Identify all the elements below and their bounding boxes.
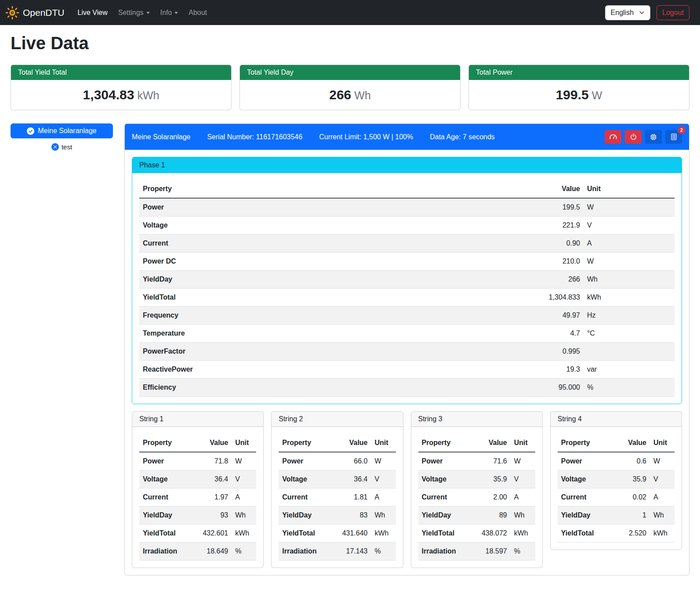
nav-info[interactable]: Info	[157, 5, 182, 20]
table-row: Current1.81A	[279, 488, 395, 507]
row-unit: W	[650, 452, 675, 470]
language-select[interactable]: English	[605, 5, 650, 20]
summary-card-body: 1,304.83kWh	[11, 80, 231, 110]
nav-about[interactable]: About	[185, 5, 210, 20]
language-selected-value: English	[611, 9, 634, 17]
table-row: Power0.6W	[558, 452, 675, 470]
row-value: 438.072	[470, 525, 510, 543]
table-header-row: Property Value Unit	[279, 434, 395, 452]
row-unit: kWh	[584, 289, 675, 307]
sun-logo-icon	[5, 6, 19, 20]
row-property: Irradiation	[139, 543, 191, 561]
summary-card-total-yield-day: Total Yield Day 266Wh	[239, 65, 461, 110]
row-value: 66.0	[330, 452, 371, 470]
row-property: YieldDay	[558, 507, 614, 525]
row-property: Irradiation	[279, 543, 330, 561]
row-value: 36.4	[330, 470, 371, 488]
string-title: String 3	[411, 412, 542, 427]
inverter-card: Meine Solaranlage Serial Number: 1161716…	[124, 123, 689, 575]
table-row: Irradiation17.143%	[279, 543, 395, 561]
string-table: Property Value Unit Power0.6WVoltage35.9…	[558, 434, 675, 543]
row-value: 0.995	[405, 343, 584, 361]
table-row: Current2.00A	[418, 488, 535, 507]
sidebar-tag-test[interactable]: test	[51, 143, 72, 151]
event-log-button[interactable]: 2	[665, 130, 682, 144]
row-value: 18.649	[191, 543, 232, 561]
column-header-unit: Unit	[511, 434, 535, 452]
row-unit: %	[371, 543, 396, 561]
summary-card-body: 266Wh	[240, 80, 460, 110]
row-value: 71.6	[470, 452, 510, 470]
column-header-unit: Unit	[650, 434, 675, 452]
table-row: YieldTotal431.640kWh	[279, 525, 395, 543]
row-unit: kWh	[232, 525, 256, 543]
row-value: 17.143	[330, 543, 371, 561]
brand[interactable]: OpenDTU	[5, 6, 65, 20]
row-property: Power	[418, 452, 470, 470]
summary-card-value: 199.5	[556, 87, 589, 102]
table-row: Irradiation18.649%	[139, 543, 256, 561]
inverter-sidebar: Meine Solaranlage test	[11, 123, 113, 151]
row-value: 0.02	[614, 488, 650, 507]
row-value: 83	[330, 507, 371, 525]
row-property: YieldTotal	[279, 525, 330, 543]
row-value: 71.8	[191, 452, 232, 470]
column-header-property: Property	[418, 434, 470, 452]
table-header-row: Property Value Unit	[558, 434, 675, 452]
string-card-1: String 1 Property Value Unit	[132, 411, 264, 568]
row-property: Power DC	[139, 253, 405, 271]
summary-card-title: Total Power	[469, 65, 689, 80]
limit-settings-button[interactable]	[605, 130, 621, 144]
string-table: Property Value Unit Power71.8WVoltage36.…	[139, 434, 256, 561]
string-table-body: Power71.6WVoltage35.9VCurrent2.00AYieldD…	[418, 452, 535, 561]
power-toggle-button[interactable]	[625, 130, 642, 144]
inverter-data-age: Data Age: 7 seconds	[430, 133, 495, 141]
table-row: YieldDay266Wh	[139, 271, 675, 289]
row-unit: W	[584, 198, 675, 217]
column-header-property: Property	[279, 434, 330, 452]
row-property: Current	[139, 235, 405, 253]
inverter-current-limit: Current Limit: 1,500 W | 100%	[319, 133, 413, 141]
caret-down-icon	[146, 12, 150, 14]
table-row: YieldTotal432.601kWh	[139, 525, 256, 543]
row-unit: kWh	[650, 525, 675, 543]
logout-button[interactable]: Logout	[656, 5, 689, 20]
content-row: Meine Solaranlage test Meine Solaranlage…	[11, 123, 689, 588]
inverter-select-label: Meine Solaranlage	[38, 127, 96, 135]
row-value: 2.520	[614, 525, 650, 543]
row-property: ReactivePower	[139, 361, 405, 379]
table-row: YieldDay83Wh	[279, 507, 395, 525]
row-value: 266	[405, 271, 584, 289]
summary-card-value: 1,304.83	[83, 87, 134, 102]
device-info-button[interactable]	[645, 130, 662, 144]
column-header-unit: Unit	[584, 180, 675, 198]
row-property: Power	[279, 452, 330, 470]
nav-settings[interactable]: Settings	[115, 5, 153, 20]
navbar-right: English Logout	[605, 5, 689, 20]
summary-card-unit: kWh	[137, 89, 159, 101]
table-row: Current1.97A	[139, 488, 256, 507]
string-table-body: Power0.6WVoltage35.9VCurrent0.02AYieldDa…	[558, 452, 675, 543]
row-unit: A	[511, 488, 535, 507]
nav-live-view[interactable]: Live View	[74, 5, 111, 20]
row-property: YieldDay	[139, 271, 405, 289]
row-value: 36.4	[191, 470, 232, 488]
inverter-select-button[interactable]: Meine Solaranlage	[11, 123, 113, 138]
table-row: YieldTotal2.520kWh	[558, 525, 675, 543]
row-value: 1.97	[191, 488, 232, 507]
column-header-property: Property	[558, 434, 614, 452]
table-row: Frequency49.97Hz	[139, 307, 675, 325]
inverter-serial-number: Serial Number: 116171603546	[207, 133, 302, 141]
string-title: String 4	[551, 412, 682, 427]
row-unit: A	[650, 488, 675, 507]
table-row: Voltage35.9V	[418, 470, 535, 488]
row-unit: A	[371, 488, 396, 507]
table-row: Irradiation18.597%	[418, 543, 535, 561]
summary-card-value: 266	[329, 87, 351, 102]
table-row: YieldTotal1,304.833kWh	[139, 289, 675, 307]
string-card-body: Property Value Unit Power71.6WVoltage35.…	[411, 427, 542, 568]
x-circle-icon	[51, 143, 59, 151]
row-unit: %	[511, 543, 535, 561]
column-header-value: Value	[614, 434, 650, 452]
table-row: Power71.6W	[418, 452, 535, 470]
